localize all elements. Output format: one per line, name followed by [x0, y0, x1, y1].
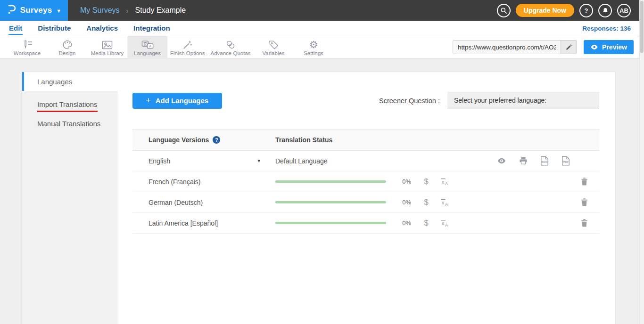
delete-language-button[interactable]: [581, 178, 588, 186]
delete-language-button[interactable]: [581, 198, 588, 206]
export-pdf-button[interactable]: PDF: [561, 156, 570, 166]
paid-translation-icon[interactable]: $: [422, 198, 430, 207]
print-button[interactable]: [519, 157, 528, 165]
table-row-language: German (Deutsch) 0% $ xA: [132, 192, 599, 213]
tool-workspace[interactable]: Workspace: [7, 36, 47, 58]
tool-variables[interactable]: Variables: [254, 36, 294, 58]
tab-distribute[interactable]: Distribute: [37, 22, 71, 35]
tool-media-library[interactable]: Media Library: [87, 36, 127, 58]
translation-percent: 0%: [400, 178, 411, 185]
sidebar-item-manual-translations[interactable]: Manual Translations: [37, 120, 100, 128]
translation-percent: 0%: [400, 219, 411, 227]
tool-advance-quotas[interactable]: Advance Quotas: [208, 36, 254, 58]
table-header-row: Language Versions ? Translation Status: [132, 130, 599, 151]
svg-text:A: A: [445, 181, 448, 186]
tool-design[interactable]: Design: [47, 36, 87, 58]
languages-card: Languages Import Translations Manual Tra…: [22, 72, 615, 324]
tool-languages[interactable]: A Languages: [127, 36, 167, 58]
edit-url-button[interactable]: [561, 40, 577, 54]
doc-file-icon: DOC: [540, 156, 549, 166]
auto-translate-button[interactable]: xA: [440, 219, 449, 227]
tool-finish-options[interactable]: Finish Options: [167, 36, 208, 58]
tab-integration[interactable]: Integration: [133, 22, 171, 35]
trash-icon: [581, 178, 588, 186]
tool-label: Settings: [304, 50, 323, 56]
preview-label: Preview: [602, 43, 627, 51]
language-name-cell: Latin America [Español]: [132, 219, 275, 227]
view-button[interactable]: [497, 158, 506, 164]
screener-question-select[interactable]: Select your preferred language:: [447, 92, 599, 109]
search-button[interactable]: [497, 4, 511, 17]
tab-edit[interactable]: Edit: [8, 22, 23, 35]
printer-icon: [519, 157, 528, 165]
svg-text:PDF: PDF: [563, 161, 569, 163]
chevron-down-icon: ▼: [56, 8, 61, 14]
translate-ab-icon: xA: [440, 198, 449, 207]
translation-progress-bar: [275, 201, 386, 203]
delete-language-button[interactable]: [581, 219, 588, 227]
sidebar-item-import-translations[interactable]: Import Translations: [37, 100, 98, 112]
default-language-cell: English ▾: [132, 157, 275, 165]
language-name: Latin America [Español]: [149, 219, 218, 227]
tool-label: Variables: [263, 50, 285, 56]
help-button[interactable]: ?: [579, 4, 593, 17]
tool-label: Finish Options: [170, 50, 205, 56]
scrollbar-thumb[interactable]: [640, 1, 644, 53]
translation-percent: 0%: [400, 199, 411, 206]
svg-text:x: x: [442, 220, 445, 226]
survey-tabbar: Edit Distribute Analytics Integration Re…: [0, 21, 644, 36]
help-icon[interactable]: ?: [213, 136, 220, 144]
add-languages-button[interactable]: + Add Languages: [132, 93, 222, 109]
breadcrumb-my-surveys[interactable]: My Surveys: [80, 6, 120, 15]
translation-progress-bar: [275, 222, 386, 224]
page-body: Languages Import Translations Manual Tra…: [0, 58, 644, 324]
translate-icon: A: [141, 39, 154, 49]
notifications-button[interactable]: [598, 4, 612, 17]
paid-translation-icon[interactable]: $: [422, 177, 430, 186]
sidebar-item-languages[interactable]: Languages: [22, 72, 117, 91]
search-icon: [500, 7, 507, 14]
upgrade-now-button[interactable]: Upgrade Now: [516, 4, 574, 17]
auto-translate-button[interactable]: xA: [440, 198, 449, 207]
avatar-initials: AB: [619, 7, 628, 14]
languages-main: + Add Languages Screener Question : Sele…: [117, 72, 615, 324]
sidebar-section: Import Translations Manual Translations: [22, 91, 117, 324]
tool-label: Languages: [134, 50, 161, 56]
screener-question-group: Screener Question : Select your preferre…: [379, 92, 599, 109]
gear-icon: ⚙: [309, 39, 318, 49]
user-avatar[interactable]: AB: [617, 4, 631, 17]
scrollbar-track[interactable]: [639, 0, 644, 324]
header-translation-status: Translation Status: [275, 136, 599, 144]
language-status-cell: 0% $ xA: [275, 219, 599, 227]
default-language-status: Default Language: [275, 157, 328, 165]
language-status-cell: 0% $ xA: [275, 198, 599, 207]
chain-links-icon: [225, 39, 236, 49]
product-name: Surveys: [20, 6, 52, 15]
edit-toolbar: Workspace Design Media Library A Languag…: [0, 36, 644, 58]
survey-url-input[interactable]: [453, 40, 561, 54]
bell-icon: [602, 7, 609, 14]
header-label: Translation Status: [275, 136, 332, 144]
tool-label: Media Library: [91, 50, 124, 56]
language-name: French (Français): [149, 178, 200, 186]
preview-button[interactable]: Preview: [584, 40, 634, 54]
topbar: Surveys ▼ My Surveys › Study Example Upg…: [0, 0, 644, 21]
tab-analytics[interactable]: Analytics: [86, 22, 118, 35]
tool-label: Design: [59, 50, 76, 56]
table-row-language: French (Français) 0% $ xA: [132, 171, 599, 192]
svg-text:A: A: [445, 223, 448, 227]
trash-icon: [581, 198, 588, 206]
trash-icon: [581, 219, 588, 227]
surveys-product-menu[interactable]: Surveys ▼: [0, 0, 68, 21]
responses-count-link[interactable]: Responses: 136: [582, 25, 631, 32]
language-name-cell: German (Deutsch): [132, 199, 275, 206]
paid-translation-icon[interactable]: $: [422, 219, 430, 227]
pencil-icon: [565, 44, 572, 51]
auto-translate-button[interactable]: xA: [440, 178, 449, 186]
tool-settings[interactable]: ⚙ Settings: [294, 36, 334, 58]
chevron-down-icon[interactable]: ▾: [257, 158, 260, 164]
tool-label: Workspace: [14, 50, 41, 56]
tag-icon: [269, 39, 279, 49]
translate-ab-icon: xA: [440, 178, 449, 186]
export-doc-button[interactable]: DOC: [540, 156, 549, 166]
